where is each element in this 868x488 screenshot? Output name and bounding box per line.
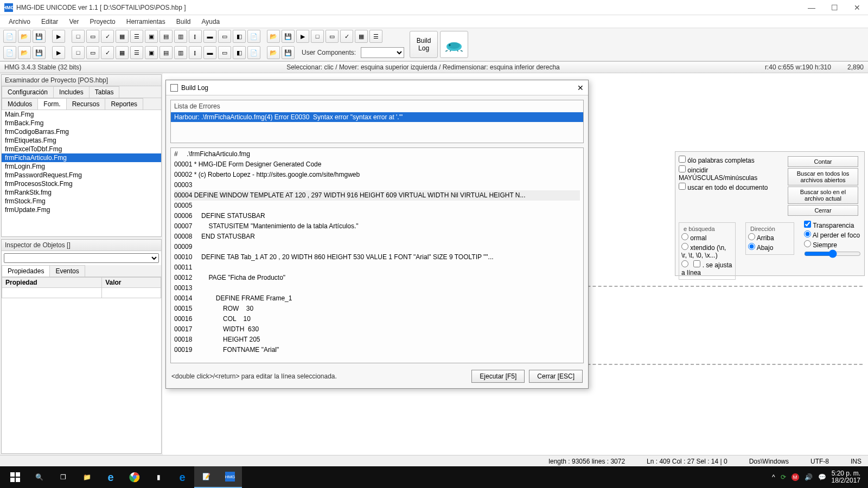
toolbar-button[interactable]: 💾	[282, 30, 295, 43]
hmg-taskbar-icon[interactable]: HMG	[218, 466, 242, 488]
file-item[interactable]: Main.Fmg	[2, 110, 161, 119]
tray-volume-icon[interactable]: 🔊	[805, 473, 813, 481]
file-item[interactable]: frmCodigoBarras.Fmg	[2, 127, 161, 136]
tray-mega-icon[interactable]: M	[792, 473, 799, 481]
toolbar-button[interactable]: 📂	[267, 30, 280, 43]
code-preview[interactable]: # .\frmFichaArticulo.fmg00001 * HMG-IDE …	[170, 147, 584, 363]
ie-icon[interactable]: e	[99, 466, 123, 488]
transparency-check[interactable]: Transparencia	[804, 220, 861, 230]
toolbar-button[interactable]: ▤	[159, 30, 173, 43]
file-item[interactable]: frmProcesosStock.Fmg	[2, 179, 161, 188]
toolbar-button[interactable]: 📂	[18, 46, 31, 59]
toolbar-button[interactable]: ▬	[203, 30, 216, 43]
notepad-icon[interactable]: 📝	[194, 466, 218, 488]
transparency-slider[interactable]	[804, 249, 861, 258]
edge-icon[interactable]: e	[170, 466, 194, 488]
opt-match-case[interactable]: oincidir MAYÚSCULAS/minúsculas	[679, 165, 785, 182]
toolbar-button[interactable]: ◧	[233, 30, 246, 43]
tray-sync-icon[interactable]: ⟳	[781, 473, 786, 481]
trans-on-focus[interactable]: Al perder el foco	[804, 230, 861, 240]
toolbar-button[interactable]: ▥	[174, 46, 187, 59]
tab-propiedades[interactable]: Propiedades	[2, 265, 50, 277]
menu-ver[interactable]: Ver	[65, 17, 83, 27]
trans-always[interactable]: Siempre	[804, 240, 861, 249]
tab-eventos[interactable]: Eventos	[49, 265, 85, 277]
menu-proyecto[interactable]: Proyecto	[85, 17, 119, 27]
opt-whole-words[interactable]: ólo palabras completas	[679, 155, 785, 165]
user-components-combo[interactable]	[361, 47, 404, 58]
menu-build[interactable]: Build	[172, 17, 195, 27]
toolbar-button[interactable]: 📂	[267, 46, 280, 59]
toolbar-button[interactable]: ▭	[86, 30, 99, 43]
mode-extended[interactable]: xtendido (\n, \r, \t, \0, \x...)	[681, 242, 733, 260]
error-list[interactable]: Lista de Errores Harbour: .\frmFichaArti…	[170, 100, 584, 143]
file-item[interactable]: frmFichaArticulo.Fmg	[2, 153, 161, 162]
toolbar-button[interactable]: ▬	[203, 46, 216, 59]
tab-recursos[interactable]: Recursos	[66, 98, 106, 110]
tray-notif-icon[interactable]: 💬	[818, 473, 826, 481]
tab-configuración[interactable]: Configuración	[2, 86, 54, 98]
toolbar-button[interactable]: ▭	[218, 30, 231, 43]
maximize-button[interactable]: ☐	[828, 3, 841, 12]
toolbar-button[interactable]: ▦	[116, 46, 129, 59]
mode-normal[interactable]: ormal	[681, 233, 733, 242]
toolbar-button[interactable]: ▶	[52, 30, 65, 43]
start-button[interactable]	[3, 466, 27, 488]
file-item[interactable]: frmEtiquetas.Fmg	[2, 136, 161, 145]
chrome-icon[interactable]	[123, 466, 146, 488]
toolbar-button[interactable]: ▭	[218, 46, 231, 59]
toolbar-button[interactable]: ☰	[369, 30, 382, 43]
dialog-close-esc-button[interactable]: Cerrar [ESC]	[529, 370, 583, 383]
file-list[interactable]: Main.FmgfrmBack.FmgfrmCodigoBarras.Fmgfr…	[2, 110, 161, 236]
cmd-icon[interactable]: ▮	[146, 466, 170, 488]
toolbar-button[interactable]: ▣	[145, 46, 158, 59]
toolbar-button[interactable]: 💾	[33, 46, 46, 59]
file-item[interactable]: frmPasswordRequest.Fmg	[2, 171, 161, 179]
toolbar-button[interactable]: 📄	[247, 30, 260, 43]
toolbar-button[interactable]: 💾	[33, 30, 46, 43]
close-search-button[interactable]: Cerrar	[788, 205, 858, 216]
toolbar-button[interactable]: □	[72, 30, 85, 43]
file-item[interactable]: frmUpdate.Fmg	[2, 206, 161, 214]
tab-tablas[interactable]: Tablas	[89, 86, 120, 98]
toolbar-button[interactable]: ✓	[101, 46, 114, 59]
close-button[interactable]: ✕	[851, 3, 864, 12]
properties-table[interactable]: PropiedadValor	[2, 277, 161, 298]
file-item[interactable]: frmStock.Fmg	[2, 197, 161, 206]
build-log-button[interactable]: Build Log	[410, 31, 438, 58]
toolbar-button[interactable]: ⫿	[189, 46, 202, 59]
toolbar-button[interactable]: □	[311, 30, 324, 43]
toolbar-button[interactable]: ◧	[233, 46, 246, 59]
toolbar-button[interactable]: ▦	[116, 30, 129, 43]
inspector-combo[interactable]	[4, 253, 159, 263]
toolbar-button[interactable]: ☰	[130, 30, 143, 43]
opt-whole-doc[interactable]: uscar en todo el documento	[679, 182, 785, 192]
toolbar-button[interactable]: ▶	[296, 30, 309, 43]
file-item[interactable]: frmExcelToDbf.Fmg	[2, 145, 161, 153]
tab-módulos[interactable]: Módulos	[2, 98, 38, 110]
tray-up-icon[interactable]: ^	[772, 473, 775, 481]
toolbar-button[interactable]: 📄	[3, 30, 16, 43]
menu-editar[interactable]: Editar	[37, 17, 62, 27]
minimize-button[interactable]: —	[805, 3, 818, 12]
toolbar-button[interactable]: ▭	[86, 46, 99, 59]
find-all-button[interactable]: Buscar en todos los archivos abiertos	[788, 168, 858, 185]
toolbar-button[interactable]: ▦	[355, 30, 368, 43]
file-item[interactable]: frmRankStk.fmg	[2, 188, 161, 197]
toolbar-button[interactable]: ⫿	[189, 30, 202, 43]
toolbar-button[interactable]: ▶	[52, 46, 65, 59]
toolbar-button[interactable]: ▣	[145, 30, 158, 43]
find-current-button[interactable]: Buscar solo en el archivo actual	[788, 187, 858, 204]
tab-reportes[interactable]: Reportes	[105, 98, 143, 110]
toolbar-button[interactable]: □	[72, 46, 85, 59]
toolbar-button[interactable]: 📄	[3, 46, 16, 59]
count-button[interactable]: Contar	[788, 156, 858, 167]
file-item[interactable]: frmLogin.Fmg	[2, 162, 161, 171]
menu-ayuda[interactable]: Ayuda	[197, 17, 224, 27]
toolbar-button[interactable]: 📄	[247, 46, 260, 59]
menu-herramientas[interactable]: Herramientas	[122, 17, 170, 27]
toolbar-button[interactable]: ✓	[340, 30, 353, 43]
task-view-icon[interactable]: ❐	[51, 466, 75, 488]
mode-regex[interactable]: . se ajusta a línea	[681, 260, 733, 277]
explorer-icon[interactable]: 📁	[75, 466, 99, 488]
